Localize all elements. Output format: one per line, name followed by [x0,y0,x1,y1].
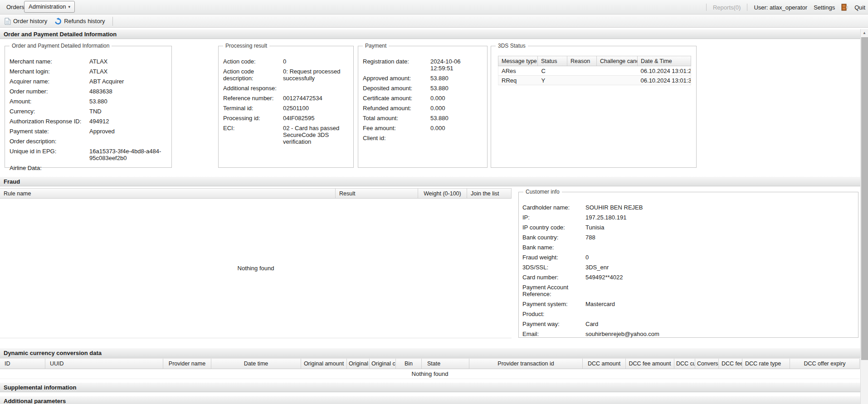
order-history-icon [5,18,11,25]
field-value: 788 [585,234,854,241]
table-row[interactable]: RReq Y 06.10.2024 13:01:36 [498,76,691,85]
field-label: Unique id in EPG: [10,148,89,161]
section-header-order-payment: Order and Payment Detailed Information [0,29,860,39]
reports-link[interactable]: Reports(0) [713,4,741,11]
field-label: Registration date: [363,58,430,72]
column-header-original-amount[interactable]: Original amount [301,358,347,369]
column-header-conversion[interactable]: Conversi [695,358,719,369]
column-header-dcc-offer-expiry[interactable]: DCC offer expiry [790,358,860,369]
field-label: Fraud weight: [522,254,585,261]
field-value: 0 [283,58,349,65]
column-header-original-fee[interactable]: Original f [347,358,370,369]
field-label: Airline Data: [10,165,89,171]
field-label: Terminal id: [223,105,283,112]
column-header-provider-transaction-id[interactable]: Provider transaction id [469,358,583,369]
field-value: ABT Acquirer [89,78,167,85]
column-header-rule-name[interactable]: Rule name [0,188,336,199]
field-label: Product: [522,311,585,317]
field-value: SOUHIR BEN REJEB [585,204,854,211]
column-header-state[interactable]: State [422,358,469,369]
three-ds-table-header: Message type Status Reason Challenge can… [498,56,691,66]
column-header-join-the-list[interactable]: Join the list [467,188,512,199]
order-info-rows: Merchant name:ATLAXMerchant login:ATLAXA… [5,46,171,171]
column-header-message-type[interactable]: Message type [498,56,538,66]
cell-date-time: 06.10.2024 13:01:36 [638,76,691,85]
separator [747,4,747,11]
processing-result-fieldset: Processing result Action code:0Action co… [218,46,354,168]
field-label: Card number: [522,274,585,281]
field-label: 3DS/SSL: [522,264,585,271]
field-label: Payment way: [522,321,585,327]
dcc-table-empty-state: Nothing found [0,369,860,379]
field-value: 001274472534 [283,95,349,102]
field-row: Action code:0 [223,58,349,65]
order-history-button[interactable]: Order history [3,17,49,26]
payment-rows: Registration date:2024-10-06 12:59:51App… [358,46,487,141]
cell-status: C [538,66,568,75]
field-label: ECI: [223,125,283,145]
field-row: Airline Data: [10,165,167,171]
column-header-date-time[interactable]: Date time [211,358,301,369]
cell-challenge-cancel [597,66,638,75]
column-header-reason[interactable]: Reason [567,56,597,66]
vertical-scrollbar[interactable]: ▲ [860,29,868,404]
field-value: 2024-10-06 12:59:51 [430,58,483,72]
tab-administration[interactable]: Administration ▾ [24,1,75,13]
column-header-dcc-fee-amount[interactable]: DCC fee amount [626,358,674,369]
refunds-history-label: Refunds history [64,18,105,24]
field-value: 0 [585,254,854,261]
column-header-original-currency[interactable]: Original c [370,358,396,369]
processing-result-rows: Action code:0Action code description:0: … [219,46,353,145]
field-label: Merchant name: [10,58,89,65]
three-ds-table: Message type Status Reason Challenge can… [498,56,691,85]
field-row: ECI:02 - Card has passed SecureCode 3DS … [223,125,349,145]
quit-link[interactable]: Quit [854,4,865,11]
scrollbar-thumb[interactable] [861,37,868,360]
fraud-table-header: Rule name Result Weight (0-100) Join the… [0,188,512,199]
field-label: Action code: [223,58,283,65]
field-value: 549492**4022 [585,274,854,281]
field-label: Additional response: [223,85,283,92]
section-header-supplemental[interactable]: Supplemental information [0,382,860,392]
field-row: Payment state:Approved [10,128,167,135]
cell-challenge-cancel [597,76,638,85]
column-header-dcc-amount[interactable]: DCC amount [583,358,626,369]
column-header-dcc-currency[interactable]: DCC curr [674,358,695,369]
field-value: 0.000 [430,105,483,112]
column-header-dcc-fee[interactable]: DCC fee [719,358,742,369]
column-header-id[interactable]: ID [0,358,45,369]
field-row: Refunded amount:0.000 [363,105,483,112]
column-header-status[interactable]: Status [538,56,567,66]
field-row: Order number:4883638 [10,88,167,95]
refunds-history-button[interactable]: Refunds history [53,17,106,26]
column-header-dcc-rate-type[interactable]: DCC rate type [742,358,790,369]
cell-reason [567,66,597,75]
payment-fieldset: Payment Registration date:2024-10-06 12:… [358,46,488,168]
field-row: Approved amount:53.880 [363,75,483,82]
column-header-bin[interactable]: Bin [396,358,422,369]
section-header-additional-parameters[interactable]: Additional parameters [0,396,860,404]
exit-door-icon[interactable] [841,4,848,11]
table-row[interactable]: ARes C 06.10.2024 13:01:23 [498,66,691,76]
field-row: Cardholder name:SOUHIR BEN REJEB [522,204,854,211]
column-header-result[interactable]: Result [336,188,418,199]
column-header-date-time[interactable]: Date & Time [638,56,691,66]
column-header-uuid[interactable]: UUID [45,358,163,369]
field-label: Certificate amount: [363,95,430,102]
user-label: User: atlax_operator [754,4,807,11]
column-header-provider-name[interactable]: Provider name [163,358,211,369]
field-label: Action code description: [223,68,283,82]
cell-message-type: ARes [498,66,538,75]
scroll-up-arrow-icon[interactable]: ▲ [861,29,868,37]
field-label: Order number: [10,88,89,95]
column-header-challenge-cancel[interactable]: Challenge cancel [597,56,638,66]
dcc-table-header: ID UUID Provider name Date time Original… [0,358,860,369]
toolbar: Order history Refunds history [0,15,868,28]
nothing-found-text: Nothing found [238,265,274,272]
field-row: Fee amount:0.000 [363,125,483,131]
field-label: Cardholder name: [522,204,585,211]
cell-reason [567,76,597,85]
field-row: 3DS/SSL:3DS_enr [522,264,854,271]
settings-link[interactable]: Settings [814,4,835,11]
column-header-weight[interactable]: Weight (0-100) [418,188,467,199]
